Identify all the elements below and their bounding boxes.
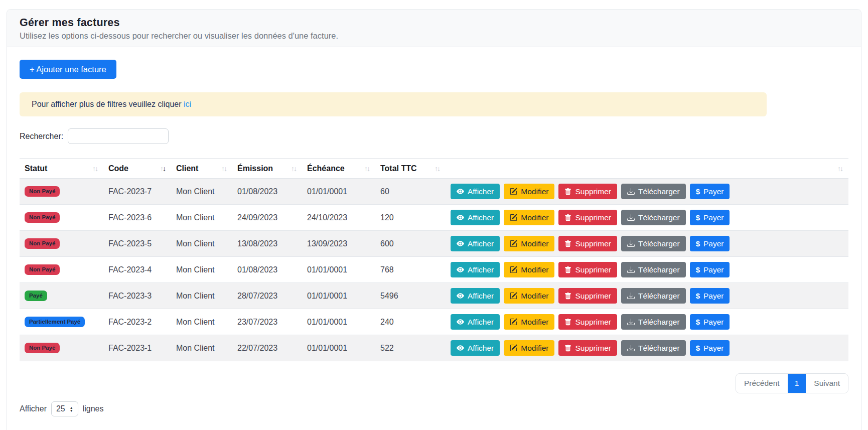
payer-button[interactable]: $Payer <box>690 210 730 225</box>
telecharger-button[interactable]: Télécharger <box>621 184 686 199</box>
pagination-next[interactable]: Suivant <box>806 374 848 393</box>
telecharger-button[interactable]: Télécharger <box>621 288 686 304</box>
download-icon <box>627 188 635 195</box>
sort-updown-icon: ↑↓ <box>92 165 98 172</box>
cell-statut: Non Payé <box>20 335 103 361</box>
action-button-label: Télécharger <box>638 318 680 326</box>
cell-client: Mon Client <box>171 309 232 335</box>
cell-actions: AfficherModifierSupprimerTélécharger$Pay… <box>446 283 848 309</box>
cell-emission: 28/07/2023 <box>232 283 302 309</box>
cell-echeance: 01/01/0001 <box>302 283 375 309</box>
sort-updown-icon: ↑↓ <box>837 165 843 172</box>
download-icon <box>627 292 635 300</box>
filters-more-link[interactable]: ici <box>184 100 191 108</box>
cell-emission: 22/07/2023 <box>232 335 302 361</box>
telecharger-button[interactable]: Télécharger <box>621 210 686 225</box>
action-button-label: Payer <box>703 240 724 248</box>
column-label: Émission <box>237 164 273 173</box>
cell-echeance: 24/10/2023 <box>302 205 375 231</box>
cell-client: Mon Client <box>171 205 232 231</box>
trash-icon <box>564 266 571 273</box>
add-invoice-button[interactable]: + Ajouter une facture <box>20 60 116 79</box>
page-size-select[interactable]: 25 ▲▼ <box>51 401 78 416</box>
action-button-label: Télécharger <box>638 188 680 196</box>
trash-icon <box>564 319 571 326</box>
cell-client: Mon Client <box>171 231 232 257</box>
payer-button[interactable]: $Payer <box>690 262 730 277</box>
afficher-button[interactable]: Afficher <box>451 210 500 225</box>
action-button-label: Modifier <box>521 240 548 248</box>
action-button-label: Afficher <box>468 214 494 222</box>
column-header-actions[interactable]: ↑↓ <box>446 159 848 179</box>
modifier-button[interactable]: Modifier <box>504 314 554 330</box>
afficher-button[interactable]: Afficher <box>451 288 500 304</box>
payer-button[interactable]: $Payer <box>690 340 730 356</box>
afficher-button[interactable]: Afficher <box>451 184 500 199</box>
supprimer-button[interactable]: Supprimer <box>558 210 617 225</box>
column-label: Total TTC <box>380 164 417 173</box>
modifier-button[interactable]: Modifier <box>504 288 554 304</box>
trash-icon <box>564 214 571 221</box>
column-header-statut[interactable]: Statut↑↓ <box>20 159 103 179</box>
edit-icon <box>510 318 517 326</box>
edit-icon <box>510 214 517 221</box>
action-button-label: Supprimer <box>575 318 611 326</box>
modifier-button[interactable]: Modifier <box>504 236 554 251</box>
eye-icon <box>457 240 464 247</box>
afficher-button[interactable]: Afficher <box>451 314 500 330</box>
payer-button[interactable]: $Payer <box>690 236 730 251</box>
cell-echeance: 13/09/2023 <box>302 231 375 257</box>
payer-button[interactable]: $Payer <box>690 288 730 304</box>
cell-code: FAC-2023-2 <box>103 309 171 335</box>
download-icon <box>627 318 635 326</box>
sort-updown-icon: ↑↓ <box>291 165 297 172</box>
supprimer-button[interactable]: Supprimer <box>558 288 617 304</box>
action-button-label: Télécharger <box>638 266 680 274</box>
column-label: Statut <box>25 164 47 173</box>
afficher-button[interactable]: Afficher <box>451 262 500 277</box>
dollar-icon: $ <box>696 344 700 352</box>
column-header-émission[interactable]: Émission↑↓ <box>232 159 302 179</box>
telecharger-button[interactable]: Télécharger <box>621 262 686 277</box>
cell-statut: Partiellement Payé <box>20 309 103 335</box>
telecharger-button[interactable]: Télécharger <box>621 236 686 251</box>
telecharger-button[interactable]: Télécharger <box>621 314 686 330</box>
action-button-label: Afficher <box>468 292 494 300</box>
search-input[interactable] <box>68 128 169 144</box>
supprimer-button[interactable]: Supprimer <box>558 314 617 330</box>
action-button-label: Afficher <box>468 266 494 274</box>
column-header-code[interactable]: Code↑↓ <box>103 159 171 179</box>
supprimer-button[interactable]: Supprimer <box>558 184 617 199</box>
pagination-page-1[interactable]: 1 <box>788 374 806 393</box>
payer-button[interactable]: $Payer <box>690 184 730 199</box>
column-header-total-ttc[interactable]: Total TTC↑↓ <box>375 159 446 179</box>
download-icon <box>627 240 635 247</box>
action-button-label: Télécharger <box>638 292 680 300</box>
afficher-button[interactable]: Afficher <box>451 236 500 251</box>
column-header-échéance[interactable]: Échéance↑↓ <box>302 159 375 179</box>
modifier-button[interactable]: Modifier <box>504 184 554 199</box>
action-button-label: Modifier <box>521 292 548 300</box>
payer-button[interactable]: $Payer <box>690 314 730 330</box>
column-header-client[interactable]: Client↑↓ <box>171 159 232 179</box>
page-title: Gérer mes factures <box>20 17 848 29</box>
action-button-label: Afficher <box>468 188 494 196</box>
modifier-button[interactable]: Modifier <box>504 340 554 356</box>
invoice-row: Non PayéFAC-2023-6Mon Client24/09/202324… <box>20 205 848 231</box>
afficher-button[interactable]: Afficher <box>451 340 500 356</box>
invoice-row: Partiellement PayéFAC-2023-2Mon Client23… <box>20 309 848 335</box>
sort-updown-icon: ↑↓ <box>160 165 166 172</box>
sort-updown-icon: ↑↓ <box>435 165 441 172</box>
supprimer-button[interactable]: Supprimer <box>558 262 617 277</box>
action-button-label: Payer <box>703 266 724 274</box>
supprimer-button[interactable]: Supprimer <box>558 236 617 251</box>
cell-code: FAC-2023-7 <box>103 179 171 205</box>
telecharger-button[interactable]: Télécharger <box>621 340 686 356</box>
cell-total-ttc: 120 <box>375 205 446 231</box>
modifier-button[interactable]: Modifier <box>504 262 554 277</box>
pagination-previous[interactable]: Précédent <box>736 374 788 393</box>
modifier-button[interactable]: Modifier <box>504 210 554 225</box>
cell-emission: 13/08/2023 <box>232 231 302 257</box>
cell-client: Mon Client <box>171 283 232 309</box>
supprimer-button[interactable]: Supprimer <box>558 340 617 356</box>
